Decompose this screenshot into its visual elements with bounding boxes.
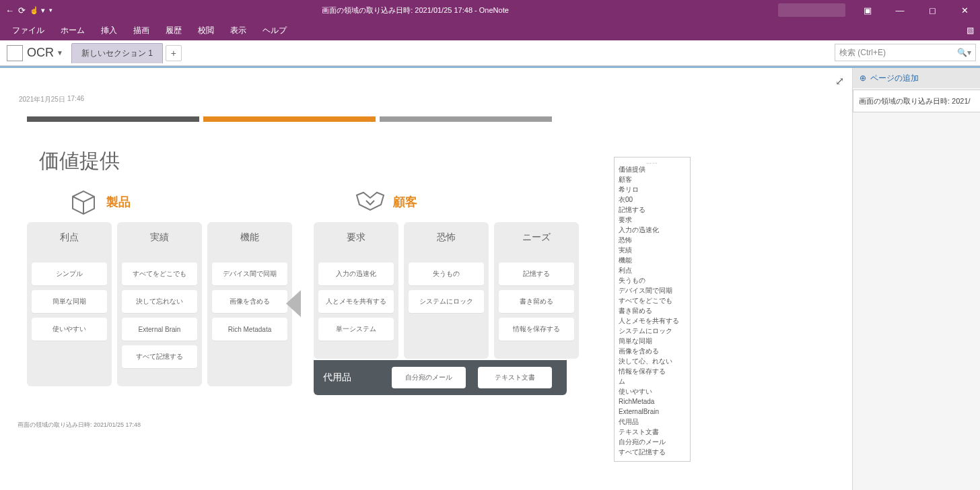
ribbon-tab-home[interactable]: ホーム: [53, 20, 93, 40]
ocr-line[interactable]: 要求: [619, 215, 686, 225]
chip: 入力の迅速化: [318, 262, 394, 285]
ocr-line[interactable]: 簡単な同期: [619, 336, 686, 346]
chip: 画像を含める: [212, 290, 287, 313]
notebook-icon[interactable]: [7, 45, 23, 61]
col-benefits: 利点 シンプル 簡単な同期 使いやすい: [27, 222, 112, 386]
notebook-bar: OCR ▼ 新しいセクション 1 + 検索 (Ctrl+E) 🔍▾: [0, 40, 980, 66]
ocr-line[interactable]: 自分宛のメール: [619, 437, 686, 447]
col-title: 利点: [60, 232, 79, 244]
ocr-line[interactable]: 恐怖: [619, 235, 686, 245]
substitute-bar: 代用品 自分宛のメール テキスト文書: [314, 360, 567, 395]
ocr-line[interactable]: 情報を保存する: [619, 366, 686, 376]
substitute-title: 代用品: [323, 372, 351, 384]
ocr-line[interactable]: 使いやすい: [619, 386, 686, 396]
chip: 決して忘れない: [122, 290, 197, 313]
clip-timestamp: 画面の領域の取り込み日時: 2021/01/25 17:48: [18, 421, 141, 429]
sub-chip: 自分宛のメール: [392, 367, 466, 388]
ocr-line[interactable]: すべてをどこでも: [619, 295, 686, 306]
chip: シンプル: [32, 262, 107, 285]
col-title: ニーズ: [522, 232, 551, 244]
ocr-line[interactable]: 衣00: [619, 195, 686, 205]
chip: 人とメモを共有する: [318, 290, 394, 313]
section-tab[interactable]: 新しいセクション 1: [71, 43, 163, 63]
chip: デバイス間で同期: [212, 262, 287, 285]
ocr-text-box[interactable]: ⋯⋯ 価値提供顧客希リロ衣00記憶する要求入力の迅速化恐怖実績機能利点失うものデ…: [614, 157, 691, 462]
ocr-line[interactable]: ExternalBrain: [619, 407, 686, 417]
chip: すべてをどこでも: [122, 262, 197, 285]
ocr-line[interactable]: 決して心、れない: [619, 356, 686, 366]
ocr-line[interactable]: 記憶する: [619, 205, 686, 215]
ocr-line[interactable]: 利点: [619, 265, 686, 275]
ocr-line[interactable]: 入力の迅速化: [619, 225, 686, 235]
chip: 失うもの: [409, 262, 484, 285]
ocr-line[interactable]: テキスト文書: [619, 427, 686, 437]
ocr-line[interactable]: 顧客: [619, 174, 686, 184]
customer-label: 顧客: [393, 194, 417, 210]
ocr-line[interactable]: 画像を含める: [619, 346, 686, 356]
minimize-icon[interactable]: —: [884, 0, 915, 20]
ocr-line[interactable]: RichMetada: [619, 396, 686, 407]
ribbon-tab-draw[interactable]: 描画: [125, 20, 158, 40]
ribbon-tab-review[interactable]: 校閲: [190, 20, 222, 40]
ocr-line[interactable]: すべて記憶する: [619, 447, 686, 457]
notebook-dropdown-icon[interactable]: ▼: [57, 49, 63, 57]
ocr-line[interactable]: 希リロ: [619, 184, 686, 195]
ribbon-tab-history[interactable]: 履歴: [158, 20, 190, 40]
ocr-line[interactable]: 代用品: [619, 417, 686, 427]
col-title: 機能: [240, 232, 259, 244]
search-input[interactable]: 検索 (Ctrl+E) 🔍▾: [835, 44, 976, 61]
ribbon-collapse-icon[interactable]: ▧: [964, 24, 976, 36]
ocr-line[interactable]: ム: [619, 376, 686, 386]
chip: 単一システム: [318, 318, 394, 341]
ocr-line[interactable]: 機能: [619, 255, 686, 265]
ribbon: ファイル ホーム 挿入 描画 履歴 校閲 表示 ヘルプ ▧: [0, 20, 980, 40]
chip: 使いやすい: [32, 318, 107, 341]
ocr-line[interactable]: 実績: [619, 245, 686, 255]
ocr-line[interactable]: デバイス間で同期: [619, 285, 686, 295]
page-date: 2021年1月25日: [19, 95, 65, 104]
bar-orange: [203, 116, 376, 122]
user-account[interactable]: [778, 3, 845, 17]
chip: 記憶する: [499, 262, 574, 285]
title-bar: ← ⟳ ☝ ▾ ▾ 画面の領域の取り込み日時: 2021/01/25 17:48…: [0, 0, 980, 20]
refresh-icon[interactable]: ⟳: [18, 5, 26, 15]
chip: External Brain: [122, 318, 197, 341]
chip: 簡単な同期: [32, 290, 107, 313]
window-title: 画面の領域の取り込み日時: 2021/01/25 17:48 - OneNote: [53, 5, 778, 15]
ribbon-tab-insert[interactable]: 挿入: [93, 20, 125, 40]
col-title: 実績: [150, 232, 169, 244]
col-title: 要求: [347, 232, 365, 244]
expand-icon[interactable]: ⤢: [835, 75, 844, 88]
chip: システムにロック: [409, 290, 484, 313]
ribbon-tab-file[interactable]: ファイル: [4, 20, 53, 40]
back-icon[interactable]: ←: [5, 5, 14, 15]
col-needs: ニーズ 記憶する 書き留める 情報を保存する: [494, 222, 579, 359]
box-icon: [67, 187, 100, 217]
col-features: 機能 デバイス間で同期 画像を含める Rich Metadata: [207, 222, 292, 386]
notebook-name[interactable]: OCR: [27, 46, 54, 60]
page-time: 17:46: [67, 95, 84, 102]
value-prop-title: 価値提供: [39, 147, 552, 175]
note-canvas[interactable]: ⤢ 2021年1月25日 17:46 価値提供 製品: [0, 68, 852, 490]
ribbon-display-icon[interactable]: ▣: [852, 0, 883, 20]
chip: 情報を保存する: [499, 318, 574, 341]
product-label: 製品: [106, 194, 131, 210]
touch-icon[interactable]: ☝ ▾: [30, 6, 45, 15]
ocr-line[interactable]: 書き留める: [619, 306, 686, 316]
maximize-icon[interactable]: ◻: [917, 0, 948, 20]
sub-chip: テキスト文書: [478, 367, 552, 388]
page-panel: ⊕ ページの追加 画面の領域の取り込み日時: 2021/: [852, 68, 980, 490]
clip-image: 価値提供 製品 利点 シンプル 簡単な同期 使いやすい: [27, 116, 552, 395]
handshake-icon: [354, 187, 386, 217]
ribbon-tab-help[interactable]: ヘルプ: [254, 20, 295, 40]
col-achievements: 実績 すべてをどこでも 決して忘れない External Brain すべて記憶…: [117, 222, 202, 386]
ribbon-tab-view[interactable]: 表示: [222, 20, 254, 40]
add-page-button[interactable]: ⊕ ページの追加: [853, 68, 980, 88]
ocr-line[interactable]: 失うもの: [619, 275, 686, 285]
ocr-line[interactable]: システムにロック: [619, 326, 686, 336]
page-list-item[interactable]: 画面の領域の取り込み日時: 2021/: [853, 90, 980, 112]
close-icon[interactable]: ✕: [949, 0, 980, 20]
left-arrow-icon: [286, 290, 301, 317]
ocr-line[interactable]: 人とメモを共有する: [619, 316, 686, 326]
add-section-button[interactable]: +: [166, 45, 182, 61]
